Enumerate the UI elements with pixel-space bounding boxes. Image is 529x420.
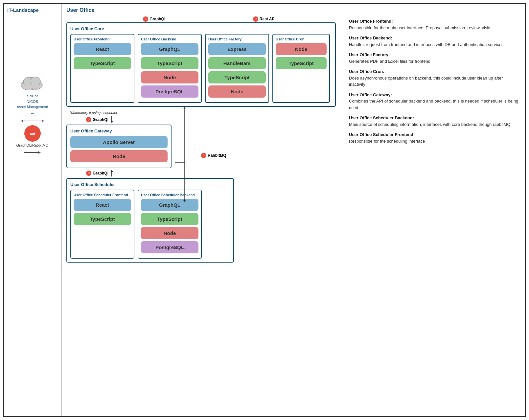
sched-frontend-typescript-block: TypeScript [74,213,131,225]
diagram-area: ⬡ GraphQl ⬡ Rest API User Office Core [66,16,336,263]
desc-sched-backend: User Office Scheduler Backend: Main sour… [349,115,520,128]
desc-sched-frontend: User Office Scheduler Frontend: Responsi… [349,131,520,144]
it-landscape-panel: IT-Landscape User Office SciCat NICOS As… [4,4,61,416]
api-bubble: api [24,125,41,142]
svg-marker-6 [21,120,23,122]
svg-marker-17 [183,107,186,108]
right-arrow-icon [24,150,41,155]
cloud-api-area: User Office SciCat NICOS Asset Managemen… [7,72,58,156]
gateway-node-block: Node [70,150,168,162]
uo-gateway-title: User Office Gateway [70,128,168,133]
uo-cron-title: User Office Cron [276,37,327,41]
down-arrow-icon [110,116,114,123]
cloud-labels: User Office SciCat NICOS Asset Managemen… [17,93,48,115]
uo-core-container: ⬡ GraphQl ⬡ Rest API User Office Core [66,16,336,107]
desc-gateway-title: User Office Gateway: [349,92,520,98]
desc-backend: User Office Backend: Handles request fro… [349,35,520,48]
svg-rect-4 [23,84,42,88]
graphql-label: GraphQl [150,17,165,21]
uo-factory-box: User Office Factory Express HandleBars T… [205,34,269,103]
scheduler-frontend-box: User Office Scheduler Frontend React Typ… [70,190,134,259]
desc-factory: User Office Factory: Generates PDF and E… [349,52,520,64]
uo-backend-box: User Office Backend GraphQL TypeScript N… [138,34,202,103]
sched-frontend-react-block: React [74,199,131,211]
restapi-label: Rest API [260,17,276,21]
factory-node-block: Node [208,85,266,98]
api-bubble-row: api [19,125,46,142]
rabbitmq-label: RabbitMQ [208,153,226,158]
api-connection-row [21,118,44,124]
main-container: IT-Landscape User Office SciCat NICOS As… [3,3,526,417]
graphql-icon: ⬡ [143,16,148,22]
graphql-down-icon: ⬡ [86,117,91,122]
user-office-title: User Office [66,7,520,13]
desc-frontend-text: Responsible for the main user interface,… [349,25,520,31]
restapi-badge: ⬡ Rest API [253,16,276,22]
uo-frontend-title: User Office Frontend [74,37,131,41]
desc-cron-title: User Office Cron: [349,68,520,75]
uo-factory-title: User Office Factory [208,37,266,41]
uo-cron-box: User Office Cron Node TypeScript [272,34,330,103]
main-content-area: User Office ⬡ GraphQl ⬡ Rest API [61,4,525,416]
cron-node-block: Node [276,43,327,55]
connector-area: ⬡ RabbitMQ [175,107,241,304]
uo-backend-title: User Office Backend [141,37,198,41]
graphql-badge: ⬡ GraphQl [143,16,165,22]
middle-row: *Mandatory if using scheduler ⬡ GraphQl [66,107,336,263]
cloud-icon [19,72,46,92]
svg-marker-13 [110,170,113,172]
svg-marker-9 [38,151,41,154]
it-landscape-title: IT-Landscape [7,7,58,13]
uo-gateway-box: User Office Gateway Apollo Server Node [66,125,172,168]
api-badges-row: ⬡ GraphQl ⬡ Rest API [66,16,336,22]
double-arrow-icon [21,118,44,124]
desc-gateway: User Office Gateway: Combines the API of… [349,92,520,111]
desc-factory-title: User Office Factory: [349,52,520,58]
desc-sched-frontend-text: Responsible for the scheduling interface [349,138,520,145]
factory-typescript-block: TypeScript [208,71,266,83]
sched-frontend-title: User Office Scheduler Frontend [74,193,131,197]
desc-frontend-title: User Office Frontend: [349,18,520,25]
backend-postgresql-block: PostgreSQL [141,85,198,98]
desc-sched-frontend-title: User Office Scheduler Frontend: [349,131,520,138]
desc-gateway-text: Combines the API of scheduler backend an… [349,98,520,111]
connector-lines [175,107,241,304]
backend-graphql-block: GraphQL [141,43,198,55]
gateway-apollo-block: Apollo Server [70,136,168,148]
uo-frontend-box: User Office Frontend React TypeScript [70,34,134,103]
desc-sched-backend-title: User Office Scheduler Backend: [349,115,520,121]
up-arrow-icon [110,170,114,176]
backend-typescript-block: TypeScript [141,57,198,69]
svg-marker-11 [110,121,113,123]
api-label: GraphQL/RabbitMQ [16,143,49,147]
factory-handlebars-block: HandleBars [208,57,266,69]
svg-marker-19 [183,200,186,202]
restapi-icon: ⬡ [253,16,258,22]
desc-frontend: User Office Frontend: Responsible for th… [349,18,520,31]
svg-marker-7 [42,120,44,122]
cron-typescript-block: TypeScript [276,57,327,69]
desc-sched-backend-text: Main source of scheduling information, i… [349,121,520,128]
rabbitmq-icon: ⬡ [201,153,206,158]
frontend-typescript-block: TypeScript [74,57,131,69]
content-layout: ⬡ GraphQl ⬡ Rest API User Office Core [66,16,520,263]
factory-express-block: Express [208,43,266,55]
desc-cron-text: Does asynchronous operations on backend,… [349,75,520,88]
uo-core-inner: User Office Frontend React TypeScript Us… [70,34,332,103]
uo-core-box: User Office Core User Office Frontend Re… [66,22,336,107]
mandatory-annotation: *Mandatory if using scheduler [70,109,178,115]
gateway-column: *Mandatory if using scheduler ⬡ GraphQl [66,107,178,263]
graphql-down-label: GraphQl [93,117,108,122]
right-arrow-row [24,150,41,156]
frontend-react-block: React [74,43,131,55]
mandatory-note: *Mandatory if using scheduler [70,111,117,115]
graphql-up-icon: ⬡ [86,171,91,176]
graphql-up-label: GraphQl [93,171,108,175]
graphql-down-badge: ⬡ GraphQl [86,116,178,123]
svg-point-3 [30,77,40,85]
graphql-up-badge: ⬡ GraphQl [86,170,178,176]
backend-node-block: Node [141,71,198,83]
rabbitmq-badge: ⬡ RabbitMQ [201,153,226,158]
description-section: User Office Frontend: Responsible for th… [342,16,520,263]
desc-backend-text: Handles request from frontend and interf… [349,41,520,48]
